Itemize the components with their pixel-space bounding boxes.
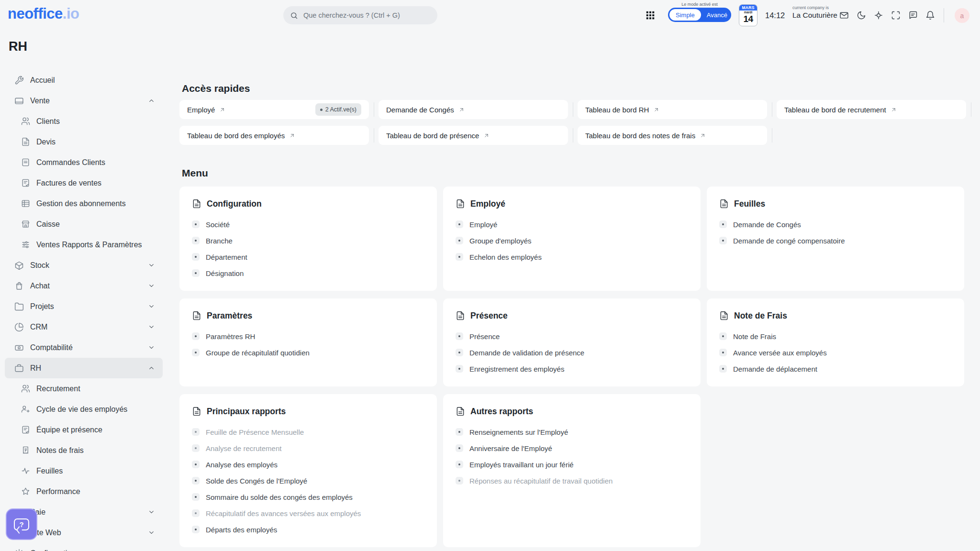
menu-item-presence[interactable]: Présence bbox=[456, 328, 688, 344]
menu-item-feuille-de-presence-mensuelle[interactable]: Feuille de Présence Mensuelle bbox=[192, 424, 424, 440]
sidebar-item-notes-de-frais[interactable]: Notes de frais bbox=[5, 440, 163, 461]
menu-item-demande-de-conge-compensatoire[interactable]: Demande de congé compensatoire bbox=[719, 232, 952, 249]
sidebar-item-configuration[interactable]: Configuration bbox=[5, 543, 163, 551]
sidebar-item-vente[interactable]: Vente bbox=[5, 90, 163, 111]
shortcut-label: Tableau de bord RH bbox=[585, 106, 649, 114]
sidebar-item-factures-de-ventes[interactable]: Factures de ventes bbox=[5, 173, 163, 193]
sidebar-item-rh[interactable]: RH bbox=[5, 358, 163, 378]
menu-item-label: Demande de déplacement bbox=[733, 365, 817, 373]
menu-item-label: Echelon des employés bbox=[469, 253, 542, 261]
sidebar-item-achat[interactable]: Achat bbox=[5, 276, 163, 296]
shortcut-label: Demande de Congés bbox=[386, 106, 454, 114]
fullscreen-icon[interactable] bbox=[891, 11, 901, 20]
shortcut-tableau-de-bord-de-presence[interactable]: Tableau de bord de présence bbox=[379, 126, 568, 145]
document-icon bbox=[456, 407, 465, 416]
brightness-icon[interactable] bbox=[874, 11, 883, 20]
menu-item-echelon-des-employes[interactable]: Echelon des employés bbox=[456, 249, 688, 265]
menu-item-designation[interactable]: Désignation bbox=[192, 265, 424, 281]
mode-option-avance[interactable]: Avancé bbox=[701, 11, 733, 19]
sidebar-item-recrutement[interactable]: Recrutement bbox=[5, 378, 163, 399]
menu-item-analyse-des-employes[interactable]: Analyse des employés bbox=[192, 456, 424, 473]
sidebar-item-label: Accueil bbox=[30, 76, 55, 85]
mail-icon[interactable] bbox=[839, 11, 849, 20]
menu-item-label: Présence bbox=[469, 332, 500, 341]
global-search[interactable] bbox=[283, 6, 437, 24]
menu-item-recapitulatif-des-avances-versees-aux-employes[interactable]: Récapitulatif des avances versées aux em… bbox=[192, 505, 424, 521]
sidebar-item-crm[interactable]: CRM bbox=[5, 317, 163, 337]
arrow-up-right-icon bbox=[289, 132, 295, 139]
menu-item-sommaire-du-solde-des-conges-des-employes[interactable]: Sommaire du solde des congés des employé… bbox=[192, 489, 424, 505]
menu-item-analyse-de-recrutement[interactable]: Analyse de recrutement bbox=[192, 440, 424, 456]
sidebar-item-cycle-de-vie-des-employes[interactable]: Cycle de vie des employés bbox=[5, 399, 163, 419]
shortcut-tableau-de-bord-de-recrutement[interactable]: Tableau de bord de recrutement bbox=[777, 100, 966, 119]
bullet-icon bbox=[719, 365, 727, 373]
shortcut-demande-de-conges[interactable]: Demande de Congés bbox=[379, 100, 568, 119]
menu-item-branche[interactable]: Branche bbox=[192, 232, 424, 249]
sidebar-item-ventes-rapports-parametres[interactable]: Ventes Rapports & Paramètres bbox=[5, 234, 163, 255]
sidebar-item-performance[interactable]: Performance bbox=[5, 481, 163, 502]
shopping-bag-icon bbox=[14, 281, 24, 291]
menu-card-header: Note de Frais bbox=[719, 309, 952, 322]
sidebar-item-projets[interactable]: Projets bbox=[5, 296, 163, 317]
sidebar-item-stock[interactable]: Stock bbox=[5, 255, 163, 276]
date-widget[interactable]: MARS mardi 14 bbox=[739, 4, 757, 26]
mode-option-simple[interactable]: Simple bbox=[669, 9, 701, 21]
menu-item-solde-des-conges-de-l-employe[interactable]: Solde des Congés de l'Employé bbox=[192, 473, 424, 489]
menu-item-note-de-frais[interactable]: Note de Frais bbox=[719, 328, 952, 344]
bullet-icon bbox=[456, 253, 463, 261]
app-logo[interactable]: neoffice.io bbox=[8, 5, 79, 22]
menu-item-societe[interactable]: Société bbox=[192, 216, 424, 232]
sidebar-item-equipe-et-presence[interactable]: Équipe et présence bbox=[5, 419, 163, 440]
sidebar-item-clients[interactable]: Clients bbox=[5, 111, 163, 132]
menu-item-departement[interactable]: Département bbox=[192, 249, 424, 265]
bell-icon[interactable] bbox=[925, 11, 935, 20]
moon-icon[interactable] bbox=[857, 11, 866, 20]
menu-item-groupe-de-recapitulatif-quotidien[interactable]: Groupe de récapitulatif quotidien bbox=[192, 344, 424, 361]
chat-icon[interactable] bbox=[908, 11, 918, 20]
users-icon bbox=[21, 117, 30, 126]
menu-item-demande-de-validation-de-presence[interactable]: Demande de validation de présence bbox=[456, 344, 688, 361]
menu-item-anniversaire-de-l-employe[interactable]: Anniversaire de l'Employé bbox=[456, 440, 688, 456]
sidebar-item-caisse[interactable]: Caisse bbox=[5, 214, 163, 234]
menu-item-groupe-d-employes[interactable]: Groupe d'employés bbox=[456, 232, 688, 249]
menu-item-avance-versee-aux-employes[interactable]: Avance versée aux employés bbox=[719, 344, 952, 361]
shortcut-employe[interactable]: Employé2 Actif.ve(s) bbox=[179, 100, 369, 119]
shortcut-tableau-de-bord-des-notes-de-frais[interactable]: Tableau de bord des notes de frais bbox=[578, 126, 767, 145]
menu-item-label: Groupe de récapitulatif quotidien bbox=[206, 349, 310, 357]
bullet-icon bbox=[456, 237, 463, 244]
apps-grid-icon[interactable] bbox=[645, 10, 656, 21]
sidebar-item-comptabilite[interactable]: Comptabilité bbox=[5, 337, 163, 358]
menu-card-employe: EmployéEmployéGroupe d'employésEchelon d… bbox=[443, 187, 701, 291]
mode-toggle[interactable]: Simple Avancé bbox=[668, 8, 731, 22]
menu-item-reponses-au-recapitulatif-de-travail-quotidien[interactable]: Réponses au récapitulatif de travail quo… bbox=[456, 473, 688, 489]
help-button[interactable]: ? bbox=[6, 508, 37, 540]
menu-item-employe[interactable]: Employé bbox=[456, 216, 688, 232]
sidebar-item-commandes-clients[interactable]: Commandes Clients bbox=[5, 152, 163, 173]
shortcut-label: Tableau de bord de présence bbox=[386, 132, 479, 140]
menu-item-departs-des-employes[interactable]: Départs des employés bbox=[192, 521, 424, 538]
sidebar-item-devis[interactable]: Devis bbox=[5, 132, 163, 152]
menu-item-enregistrement-des-employes[interactable]: Enregistrement des employés bbox=[456, 361, 688, 377]
menu-item-renseignements-sur-l-employe[interactable]: Renseignements sur l'Employé bbox=[456, 424, 688, 440]
sidebar-item-label: Clients bbox=[36, 117, 60, 126]
menu-item-parametres-rh[interactable]: Paramètres RH bbox=[192, 328, 424, 344]
cash-icon bbox=[14, 343, 24, 353]
sidebar-item-gestion-des-abonnements[interactable]: Gestion des abonnements bbox=[5, 193, 163, 214]
menu-item-demande-de-deplacement[interactable]: Demande de déplacement bbox=[719, 361, 952, 377]
menu-title: Menu bbox=[182, 167, 208, 179]
menu-item-employes-travaillant-un-jour-ferie[interactable]: Employés travaillant un jour férié bbox=[456, 456, 688, 473]
menu-item-demande-de-conges[interactable]: Demande de Congés bbox=[719, 216, 952, 232]
document-icon bbox=[456, 199, 465, 209]
bullet-icon bbox=[456, 428, 463, 436]
chevron-down-icon bbox=[148, 303, 155, 310]
shortcut-tableau-de-bord-des-employes[interactable]: Tableau de bord des employés bbox=[179, 126, 369, 145]
search-input[interactable] bbox=[302, 11, 431, 20]
shortcut-tableau-de-bord-rh[interactable]: Tableau de bord RH bbox=[578, 100, 767, 119]
sliders-icon bbox=[21, 240, 30, 249]
sidebar-item-feuilles[interactable]: Feuilles bbox=[5, 461, 163, 481]
bullet-icon bbox=[719, 237, 727, 244]
sidebar-item-accueil[interactable]: Accueil bbox=[5, 70, 163, 90]
chevron-down-icon bbox=[148, 262, 155, 269]
shortcut-label: Tableau de bord des notes de frais bbox=[585, 132, 695, 140]
user-avatar[interactable]: a bbox=[955, 8, 969, 23]
